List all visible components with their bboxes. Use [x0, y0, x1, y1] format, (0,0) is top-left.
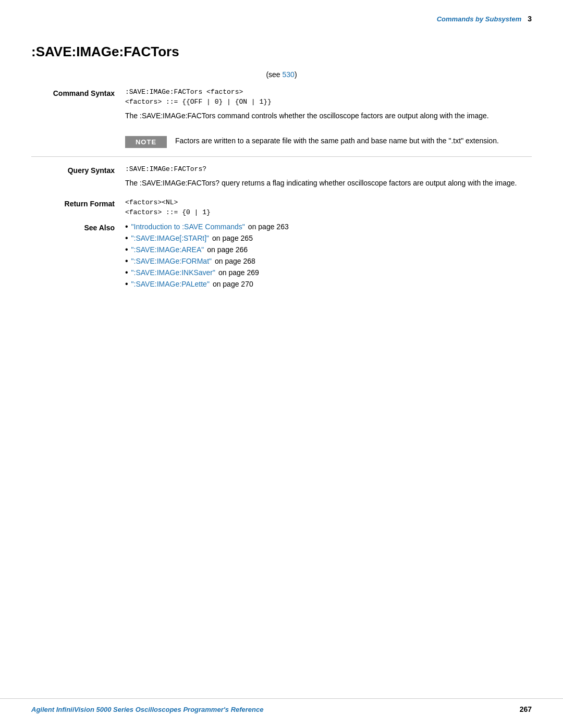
list-item: •":SAVE:IMAGe:PALette" on page 270: [125, 280, 532, 288]
list-item: •":SAVE:IMAGe[:STARt]" on page 265: [125, 234, 532, 242]
return-format-label: Return Format: [31, 199, 125, 218]
bullet-icon: •: [125, 234, 128, 242]
see-page-line: (see 530): [31, 70, 532, 79]
query-syntax-row: Query Syntax :SAVE:IMAGe:FACTors? The :S…: [31, 165, 532, 194]
note-inner: NOTE Factors are written to a separate f…: [125, 135, 532, 148]
return-format-line2: <factors> ::= {0 | 1}: [125, 208, 532, 216]
command-syntax-content: :SAVE:IMAGe:FACTors <factors> <factors> …: [125, 88, 532, 127]
content-area: :SAVE:IMAGe:FACTors (see 530) Command Sy…: [0, 28, 563, 327]
page-container: Commands by Subsystem 3 :SAVE:IMAGe:FACT…: [0, 0, 563, 728]
return-format-content: <factors><NL> <factors> ::= {0 | 1}: [125, 199, 532, 218]
query-syntax-content: :SAVE:IMAGe:FACTors? The :SAVE:IMAGe:FAC…: [125, 165, 532, 194]
on-page-text: on page 268: [215, 257, 255, 265]
command-syntax-label: Command Syntax: [31, 88, 125, 127]
list-item: •":SAVE:IMAGe:FORMat" on page 268: [125, 257, 532, 265]
command-syntax-description: The :SAVE:IMAGe:FACTors command controls…: [125, 110, 532, 121]
return-format-line1: <factors><NL>: [125, 199, 532, 206]
page-header: Commands by Subsystem 3: [0, 0, 563, 28]
on-page-text: on page 265: [212, 234, 253, 242]
on-page-text: on page 270: [213, 280, 253, 288]
see-also-row: See Also •"Introduction to :SAVE Command…: [31, 223, 532, 291]
note-container: NOTE Factors are written to a separate f…: [31, 135, 532, 148]
see-also-link[interactable]: "Introduction to :SAVE Commands": [131, 223, 245, 231]
see-also-link[interactable]: ":SAVE:IMAGe[:STARt]": [131, 234, 209, 242]
on-page-text: on page 263: [248, 223, 289, 231]
page-footer: Agilent InfiniiVision 5000 Series Oscill…: [0, 698, 563, 713]
list-item: •":SAVE:IMAGe:AREA" on page 266: [125, 245, 532, 254]
footer-title: Agilent InfiniiVision 5000 Series Oscill…: [31, 706, 264, 713]
see-also-list: •"Introduction to :SAVE Commands" on pag…: [125, 223, 532, 288]
header-page-number: 3: [528, 15, 532, 23]
on-page-text: on page 269: [218, 268, 259, 277]
see-also-link[interactable]: ":SAVE:IMAGe:INKSaver": [131, 268, 215, 277]
note-label-spacer: [31, 135, 125, 136]
see-also-content: •"Introduction to :SAVE Commands" on pag…: [125, 223, 532, 291]
bullet-icon: •: [125, 223, 128, 231]
bullet-icon: •: [125, 280, 128, 288]
header-right: Commands by Subsystem 3: [437, 15, 532, 23]
footer-page-number: 267: [520, 705, 532, 713]
note-text: Factors are written to a separate file w…: [175, 135, 532, 146]
command-title: :SAVE:IMAGe:FACTors: [31, 44, 532, 60]
query-syntax-description: The :SAVE:IMAGe:FACTors? query returns a…: [125, 177, 532, 189]
command-syntax-row: Command Syntax :SAVE:IMAGe:FACTors <fact…: [31, 88, 532, 127]
list-item: •":SAVE:IMAGe:INKSaver" on page 269: [125, 268, 532, 277]
command-syntax-line1: :SAVE:IMAGe:FACTors <factors>: [125, 88, 532, 96]
on-page-text: on page 266: [207, 245, 248, 254]
list-item: •"Introduction to :SAVE Commands" on pag…: [125, 223, 532, 231]
command-syntax-line2: <factors> ::= {{OFF | 0} | {ON | 1}}: [125, 98, 532, 106]
see-also-link[interactable]: ":SAVE:IMAGe:AREA": [131, 245, 204, 254]
bullet-icon: •: [125, 257, 128, 265]
query-syntax-label: Query Syntax: [31, 165, 125, 194]
bullet-icon: •: [125, 268, 128, 277]
bullet-icon: •: [125, 245, 128, 254]
note-label-box: NOTE: [125, 136, 167, 148]
see-also-link[interactable]: ":SAVE:IMAGe:PALette": [131, 280, 210, 288]
see-also-link[interactable]: ":SAVE:IMAGe:FORMat": [131, 257, 212, 265]
query-syntax-line1: :SAVE:IMAGe:FACTors?: [125, 165, 532, 173]
see-also-label: See Also: [31, 223, 125, 291]
return-format-row: Return Format <factors><NL> <factors> ::…: [31, 199, 532, 218]
header-section-title: Commands by Subsystem: [437, 15, 522, 23]
see-page-link[interactable]: 530: [283, 70, 295, 79]
section-divider: [31, 156, 532, 157]
